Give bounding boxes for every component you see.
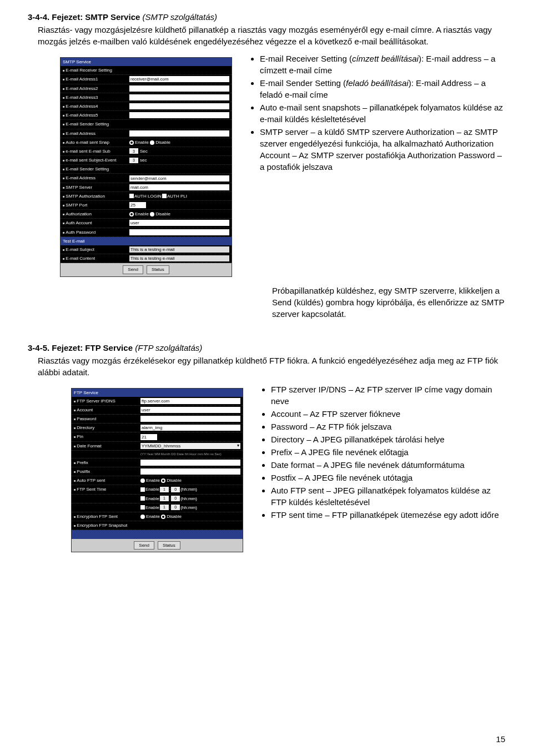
ftp-sent-time-3[interactable]: Enable 1:0 (hh:mm) xyxy=(140,505,240,511)
section-ftp: 3-4-5. Fejezet: FTP Service (FTP szolgál… xyxy=(28,342,505,552)
smtp-config-panel: SMTP Service E-mail Receiver Setting E-m… xyxy=(60,57,232,277)
list-item: SMTP server – a küldő SMTP szervere Auth… xyxy=(260,126,505,173)
list-item: FTP szerver IP/DNS – Az FTP szerver IP c… xyxy=(271,384,505,407)
ftp-encrypt-radio[interactable]: Enable Disable xyxy=(140,513,240,520)
section-2-intro: Riasztás vagy mozgás érzékelésekor egy p… xyxy=(38,355,505,378)
list-item: Directory – A JPEG pillanatképek tárolás… xyxy=(271,434,505,445)
smtp-test-subject[interactable]: This is a testing e-mail xyxy=(129,246,229,253)
heading-1-title: 3-4-4. Fejezet: SMTP Service xyxy=(28,12,140,22)
smtp-sub-sender2: E-mail Sender Setting xyxy=(63,166,229,172)
ftp-config-panel: FTP Service FTP Server IP/DNSftp.server.… xyxy=(71,388,243,552)
ftp-send-button[interactable]: Send xyxy=(134,541,154,550)
ftp-server[interactable]: ftp.server.com xyxy=(140,398,240,404)
ftp-panel-header: FTP Service xyxy=(72,389,243,397)
heading-2-paren: (FTP szolgáltatás) xyxy=(135,343,202,352)
page-number: 15 xyxy=(496,733,505,745)
smtp-test-content[interactable]: This is a testing e-mail xyxy=(129,255,229,261)
smtp-bullet-list: E-mail Receiver Setting (címzett beállít… xyxy=(260,53,505,174)
list-item: FTP sent time – FTP pillanatképek ütemez… xyxy=(271,509,505,521)
section-1-heading: 3-4-4. Fejezet: SMTP Service (SMTP szolg… xyxy=(28,11,505,23)
smtp-auth-account[interactable]: user xyxy=(129,220,229,226)
heading-2-title: 3-4-5. Fejezet: FTP Service xyxy=(28,343,133,352)
smtp-sub-sender1: E-mail Sender Setting xyxy=(63,121,229,127)
heading-1-paren: (SMTP szolgáltatás) xyxy=(142,12,217,22)
section-2-heading: 3-4-5. Fejezet: FTP Service (FTP szolgál… xyxy=(28,342,505,354)
smtp-sender-email[interactable] xyxy=(129,130,229,137)
ftp-port[interactable]: 21 xyxy=(140,434,157,440)
section-1-intro: Riasztás- vagy mozgásjelzésre küldhető p… xyxy=(38,24,505,47)
smtp-test-header: Test E-mail xyxy=(61,237,232,245)
smtp-after-paragraph: Próbapillanatkép küldéshez, egy SMTP sze… xyxy=(272,285,505,320)
smtp-subject-event[interactable]: 3sec xyxy=(129,157,229,163)
list-item: Postfix – A JPEG file nevének utótagja xyxy=(271,472,505,483)
smtp-email-5[interactable] xyxy=(129,112,229,118)
section-smtp: 3-4-4. Fejezet: SMTP Service (SMTP szolg… xyxy=(28,11,505,320)
ftp-account[interactable]: user xyxy=(140,407,240,413)
smtp-server[interactable]: mail.com xyxy=(129,184,229,190)
ftp-postfix[interactable] xyxy=(140,468,240,475)
list-item: Date format – A JPEG file nevének dátumf… xyxy=(271,459,505,471)
smtp-panel-header: SMTP Service xyxy=(61,58,232,66)
smtp-auth-password[interactable] xyxy=(129,229,229,235)
list-item: E-mail Receiver Setting (címzett beállít… xyxy=(260,53,505,76)
smtp-status-button[interactable]: Status xyxy=(147,265,169,274)
ftp-date-format[interactable]: YYMMDD_hhmmss xyxy=(140,443,240,449)
ftp-status-button[interactable]: Status xyxy=(158,541,180,550)
list-item: E-mail Sender Setting (feladó beállítása… xyxy=(260,77,505,100)
smtp-port[interactable]: 25 xyxy=(129,202,146,208)
smtp-sub-receiver: E-mail Receiver Setting xyxy=(63,67,229,73)
smtp-email-4[interactable] xyxy=(129,103,229,109)
list-item: Auto e-mail sent snapshots – pillanatkép… xyxy=(260,102,505,125)
list-item: Password – Az FTP fiók jelszava xyxy=(271,421,505,432)
ftp-sent-time-2[interactable]: Enable 1:0 (hh:mm) xyxy=(140,496,240,502)
ftp-date-hint: (YY:Year MM:Month DD:Date hh:Hour mm:Min… xyxy=(140,452,240,456)
list-item: Auto FTP sent – JPEG pillanatképek folya… xyxy=(271,485,505,508)
ftp-auto-send-radio[interactable]: Enable Disable xyxy=(140,477,240,483)
smtp-auth-mode[interactable]: AUTH LOGIN AUTH PLI xyxy=(129,193,229,199)
smtp-authorization-radio[interactable]: Enable Disable xyxy=(129,211,229,217)
ftp-directory[interactable]: alarm_img xyxy=(140,425,240,431)
smtp-auto-send-radio[interactable]: Enable Disable xyxy=(129,139,229,145)
ftp-bullet-list: FTP szerver IP/DNS – Az FTP szerver IP c… xyxy=(271,384,505,522)
smtp-send-interval[interactable]: 3Sec xyxy=(129,148,229,154)
smtp-send-button[interactable]: Send xyxy=(123,265,143,274)
smtp-email-3[interactable] xyxy=(129,94,229,100)
ftp-prefix[interactable] xyxy=(140,460,240,466)
smtp-email-2[interactable] xyxy=(129,85,229,92)
smtp-sender-addr[interactable]: sender@mail.com xyxy=(129,175,229,182)
list-item: Account – Az FTP szerver fiókneve xyxy=(271,408,505,420)
ftp-sub-header xyxy=(72,530,243,538)
ftp-sent-time-1[interactable]: Enable 1:0 (hh:mm) xyxy=(140,486,240,492)
ftp-password[interactable] xyxy=(140,416,240,422)
smtp-email-1[interactable]: receiver@mail.com xyxy=(129,76,229,82)
list-item: Prefix – A JPEG file nevének előtagja xyxy=(271,446,505,458)
